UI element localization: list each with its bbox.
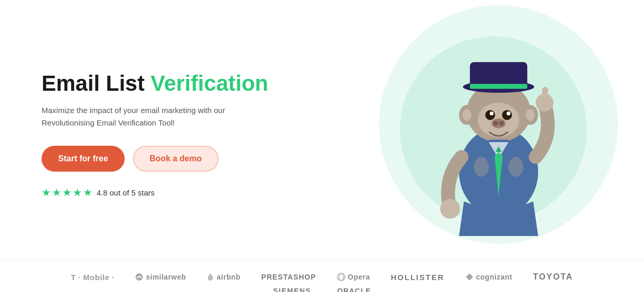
svg-rect-5 [470,84,527,89]
hero-subtitle: Maximize the impact of your email market… [42,104,239,129]
similarweb-icon [135,273,143,281]
logo-airbnb: airbnb [207,273,240,281]
start-free-button[interactable]: Start for free [42,146,125,172]
svg-point-26 [338,273,345,281]
star-3: ★ [62,186,72,199]
svg-point-9 [506,112,511,116]
logo-cognizant: cognizant [465,273,513,281]
logo-siemens: SIEMENS [273,287,312,292]
hollister-label: HOLLISTER [391,273,445,282]
hero-illustration [343,26,602,244]
logo-tmobile: T · Mobile · [71,273,114,282]
airbnb-label: airbnb [217,273,240,281]
title-part1: Email List [42,71,151,95]
siemens-label: SIEMENS [273,287,312,292]
rating-text: 4.8 out of 5 stars [97,188,155,197]
svg-point-15 [462,109,471,121]
svg-rect-20 [542,87,548,105]
logo-prestashop: PRESTASHOP [261,273,316,281]
cognizant-label: cognizant [476,273,513,281]
logos-section: T · Mobile · similarweb airbnb PRESTASHO… [0,259,644,292]
svg-point-24 [508,157,524,177]
title-highlight: Verification [151,71,268,95]
gorilla-mascot [400,21,597,244]
prestashop-label: PRESTASHOP [261,273,316,281]
svg-point-23 [474,157,489,177]
tmobile-label: T · Mobile · [71,273,114,282]
hero-title: Email List Verification [42,71,268,96]
oracle-label: ORACLE [337,287,371,292]
toyota-label: TOYOTA [533,272,573,282]
star-5: ★ [83,186,92,199]
star-rating: ★ ★ ★ ★ ★ [42,186,92,199]
logos-row-2: SIEMENS ORACLE [31,287,613,292]
logos-row-1: T · Mobile · similarweb airbnb PRESTASHO… [31,272,613,282]
hero-content: Email List Verification Maximize the imp… [42,71,268,199]
cognizant-icon [465,273,474,281]
opera-icon [337,273,345,281]
airbnb-icon [207,273,214,281]
svg-point-8 [490,112,494,116]
svg-point-12 [499,121,504,126]
svg-point-16 [526,109,534,121]
svg-point-7 [502,110,512,120]
rating-row: ★ ★ ★ ★ ★ 4.8 out of 5 stars [42,186,268,199]
similarweb-label: similarweb [146,273,186,281]
svg-point-27 [339,273,343,281]
logo-oracle: ORACLE [337,287,371,292]
opera-label: Opera [348,273,370,281]
svg-marker-28 [466,273,473,281]
logo-toyota: TOYOTA [533,272,573,282]
logo-opera: Opera [337,273,370,281]
cta-buttons: Start for free Book a demo [42,146,268,172]
star-2: ★ [52,186,61,199]
star-1: ★ [42,186,51,199]
svg-point-6 [485,110,495,120]
book-demo-button[interactable]: Book a demo [133,146,218,172]
logo-hollister: HOLLISTER [391,273,445,282]
page-wrapper: Email List Verification Maximize the imp… [0,0,644,292]
star-4: ★ [73,186,82,199]
hero-section: Email List Verification Maximize the imp… [0,0,644,259]
svg-point-21 [440,199,460,219]
logo-similarweb: similarweb [135,273,186,281]
svg-point-11 [493,121,499,126]
